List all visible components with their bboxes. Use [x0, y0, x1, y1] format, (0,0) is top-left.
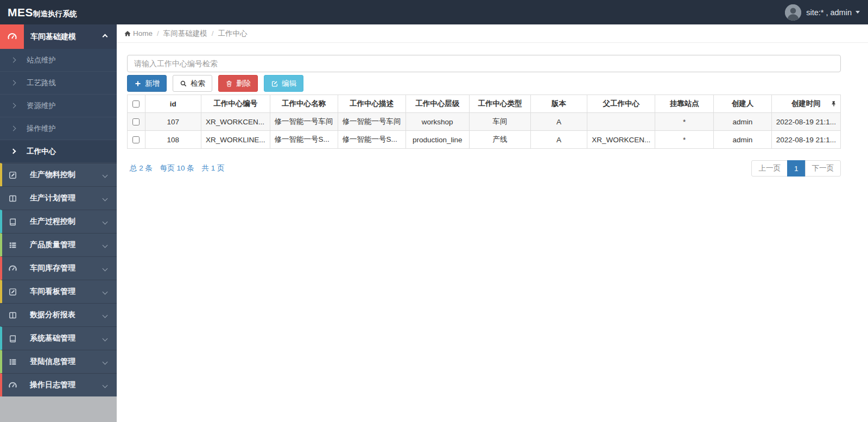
sidebar-item-label: 系统基础管理	[30, 333, 103, 343]
app-title-rest: 制造执行系统	[33, 9, 77, 19]
search-button[interactable]: 检索	[173, 75, 212, 92]
sidebar-item-process-control[interactable]: 生产过程控制	[0, 210, 117, 233]
cell-level: workshop	[406, 113, 469, 131]
delete-button-label: 删除	[236, 79, 251, 89]
cell-type: 车间	[469, 113, 530, 131]
sidebar-item-plan-management[interactable]: 生产计划管理	[0, 186, 117, 210]
cell-code: XR_WORKLINE...	[201, 131, 270, 149]
sidebar-item-label: 操作日志管理	[30, 380, 103, 390]
subitem-label: 工作中心	[27, 147, 56, 156]
search-input[interactable]	[127, 55, 841, 72]
sidebar-item-label: 数据分析报表	[30, 310, 103, 320]
chevron-down-icon	[103, 336, 108, 341]
pagination: 总 2 条 每页 10 条 共 1 页 上一页 1 下一页	[127, 160, 841, 177]
breadcrumb-home[interactable]: Home	[133, 29, 153, 37]
cell-created-time: 2022-08-19 21:1...	[771, 131, 840, 149]
book-icon	[8, 217, 17, 226]
chevron-down-icon	[103, 382, 108, 388]
column-header-parent[interactable]: 父工作中心	[587, 95, 655, 113]
chevron-down-icon	[103, 242, 108, 248]
column-header-created-time[interactable]: 创建时间	[771, 95, 840, 113]
cell-description: 修一智能一号S...	[338, 131, 406, 149]
cell-description: 修一智能一号车间	[338, 113, 406, 131]
sidebar-item-board-management[interactable]: 车间看板管理	[0, 280, 117, 303]
app-logo[interactable]: MES 制造执行系统	[8, 6, 77, 19]
sidebar-subitem-process-route[interactable]: 工艺路线	[0, 72, 117, 95]
app-title-bold: MES	[8, 6, 33, 19]
dashboard-icon	[8, 381, 17, 390]
page-1-button[interactable]: 1	[787, 160, 806, 177]
column-header-name[interactable]: 工作中心名称	[270, 95, 338, 113]
row-checkbox[interactable]	[132, 118, 140, 125]
cell-version: A	[530, 131, 587, 149]
cell-version: A	[530, 113, 587, 131]
work-center-table: id 工作中心编号 工作中心名称 工作中心描述 工作中心层级 工作中心类型 版本…	[127, 95, 841, 149]
edit-button[interactable]: 编辑	[264, 75, 303, 92]
header-select-all	[128, 95, 145, 113]
chevron-down-icon	[103, 172, 108, 178]
column-header-version[interactable]: 版本	[530, 95, 587, 113]
sidebar-subitem-operation[interactable]: 操作维护	[0, 117, 117, 140]
table-row[interactable]: 108 XR_WORKLINE... 修一智能一号S... 修一智能一号S...…	[128, 131, 841, 149]
column-header-type[interactable]: 工作中心类型	[469, 95, 530, 113]
sidebar-item-workshop-modeling[interactable]: 车间基础建模	[0, 24, 117, 49]
search-button-label: 检索	[191, 79, 205, 89]
cell-creator: admin	[714, 113, 772, 131]
sidebar-item-operation-logs[interactable]: 操作日志管理	[0, 373, 117, 396]
sidebar-subitem-resource[interactable]: 资源维护	[0, 95, 117, 117]
cell-name: 修一智能一号S...	[270, 131, 338, 149]
chevron-down-icon	[103, 359, 108, 364]
edit-button-label: 编辑	[282, 79, 296, 89]
table-row[interactable]: 107 XR_WORKCEN... 修一智能一号车间 修一智能一号车间 work…	[128, 113, 841, 131]
sidebar-item-inventory-management[interactable]: 车间库存管理	[0, 256, 117, 280]
sidebar-item-label: 生产物料控制	[30, 170, 103, 180]
subitem-label: 站点维护	[27, 55, 56, 65]
sidebar-item-label: 生产计划管理	[30, 193, 103, 203]
pagination-total: 总 2 条	[130, 164, 153, 172]
pencil-square-icon	[271, 80, 278, 87]
content-area: Home / 车间基础建模 / 工作中心 新增 检索 删除	[117, 24, 868, 422]
cell-station: *	[655, 113, 714, 131]
add-button[interactable]: 新增	[127, 75, 167, 92]
cell-id: 107	[145, 113, 201, 131]
sidebar-subitem-station[interactable]: 站点维护	[0, 49, 117, 72]
sidebar-submenu: 站点维护 工艺路线 资源维护 操作维护 工作中心	[0, 49, 117, 163]
column-header-station[interactable]: 挂靠站点	[655, 95, 714, 113]
sidebar-item-label: 产品质量管理	[30, 240, 103, 250]
columns-icon	[8, 194, 17, 203]
chevron-right-icon	[11, 103, 16, 109]
table-header-row: id 工作中心编号 工作中心名称 工作中心描述 工作中心层级 工作中心类型 版本…	[128, 95, 841, 113]
column-header-id[interactable]: id	[145, 95, 201, 113]
breadcrumb-separator: /	[212, 29, 214, 37]
pagination-summary: 总 2 条 每页 10 条 共 1 页	[127, 163, 230, 173]
th-list-icon	[8, 357, 17, 367]
column-header-level[interactable]: 工作中心层级	[406, 95, 469, 113]
delete-button[interactable]: 删除	[218, 75, 258, 92]
subitem-label: 操作维护	[27, 124, 56, 134]
sidebar-item-login-info[interactable]: 登陆信息管理	[0, 350, 117, 373]
chevron-right-icon	[11, 80, 16, 86]
chevron-down-icon	[103, 219, 108, 224]
sidebar-item-label: 车间库存管理	[30, 263, 103, 273]
dashboard-icon	[0, 24, 24, 49]
sidebar-item-system-management[interactable]: 系统基础管理	[0, 326, 117, 350]
chevron-down-icon	[103, 196, 108, 201]
select-all-checkbox[interactable]	[132, 100, 140, 108]
search-icon	[180, 80, 187, 87]
row-checkbox[interactable]	[132, 136, 140, 143]
chevron-down-icon	[103, 312, 108, 318]
edit-icon	[8, 171, 17, 180]
column-header-creator[interactable]: 创建人	[714, 95, 772, 113]
column-header-description[interactable]: 工作中心描述	[338, 95, 406, 113]
sidebar-item-data-reports[interactable]: 数据分析报表	[0, 303, 117, 326]
column-header-code[interactable]: 工作中心编号	[201, 95, 270, 113]
next-page-button[interactable]: 下一页	[805, 160, 841, 177]
prev-page-button[interactable]: 上一页	[751, 160, 788, 177]
pin-icon[interactable]	[831, 100, 837, 107]
sidebar-item-quality-management[interactable]: 产品质量管理	[0, 233, 117, 256]
user-menu[interactable]: site:* , admin	[785, 4, 860, 21]
sidebar-item-label: 车间看板管理	[30, 287, 103, 297]
sidebar-item-material-control[interactable]: 生产物料控制	[0, 163, 117, 186]
breadcrumb-level1[interactable]: 车间基础建模	[163, 29, 207, 39]
sidebar-subitem-work-center[interactable]: 工作中心	[0, 140, 117, 163]
